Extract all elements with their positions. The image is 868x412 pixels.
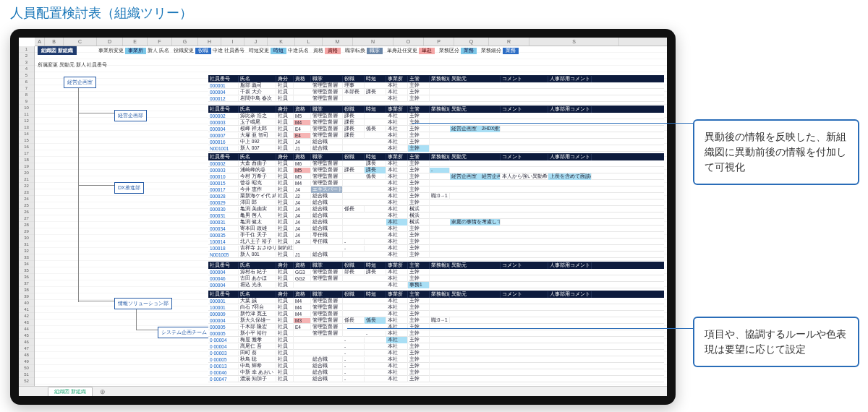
- row-header[interactable]: 2: [19, 53, 34, 59]
- row-header[interactable]: 11: [19, 111, 34, 118]
- row-header[interactable]: 45: [19, 332, 34, 339]
- col-header[interactable]: L: [295, 38, 323, 46]
- row-header[interactable]: 26: [19, 209, 34, 215]
- row-header[interactable]: 20: [19, 170, 34, 176]
- cell-mibun: 社員: [276, 324, 294, 330]
- org-node[interactable]: 情報ソリューション部: [114, 298, 172, 309]
- row-header[interactable]: 47: [19, 346, 34, 352]
- row-header[interactable]: 12: [19, 118, 34, 124]
- table-row[interactable]: 000004堀込 光永社員本社事務1: [208, 282, 664, 288]
- row-header[interactable]: 13: [19, 124, 34, 131]
- cell-yaku: 部長: [343, 269, 365, 275]
- cell-mibun: 社員: [276, 95, 294, 102]
- row-header[interactable]: 52: [19, 378, 34, 385]
- col-header[interactable]: C: [64, 38, 97, 46]
- legend-chip: 資格: [325, 48, 341, 54]
- col-header[interactable]: D: [97, 38, 123, 46]
- cell-shukan: 主幹: [408, 369, 430, 376]
- row-header[interactable]: 40: [19, 300, 34, 306]
- row-header[interactable]: 48: [19, 352, 34, 359]
- row-header[interactable]: 4: [19, 66, 34, 72]
- org-node[interactable]: システム企画チーム: [158, 327, 210, 338]
- col-header[interactable]: R: [489, 38, 529, 46]
- col-header[interactable]: H: [198, 38, 221, 46]
- row-header[interactable]: 43: [19, 319, 34, 326]
- col-header[interactable]: O: [393, 38, 424, 46]
- cell-shokusho: 管理監督層: [311, 119, 343, 126]
- row-header[interactable]: 30: [19, 235, 34, 241]
- cell-jigyo: 本社: [386, 275, 408, 282]
- col-header[interactable]: E: [123, 38, 148, 46]
- row-header[interactable]: 14: [19, 131, 34, 137]
- cell-mibun: 社員: [276, 180, 294, 186]
- row-header[interactable]: 16: [19, 144, 34, 150]
- row-header[interactable]: 8: [19, 92, 34, 98]
- row-header[interactable]: 22: [19, 183, 34, 189]
- table-row[interactable]: 0 00047濃湯 知加子社員総合職-本社主幹: [208, 376, 664, 382]
- row-header[interactable]: 46: [19, 339, 34, 346]
- col-header[interactable]: I: [221, 38, 244, 46]
- row-header[interactable]: 31: [19, 241, 34, 248]
- org-node[interactable]: 経営企画部: [114, 110, 147, 121]
- row-header[interactable]: 6: [19, 79, 34, 85]
- row-header[interactable]: 10: [19, 105, 34, 111]
- row-header[interactable]: 3: [19, 59, 34, 66]
- col-header[interactable]: B: [45, 38, 64, 46]
- row-header[interactable]: 18: [19, 157, 34, 163]
- cell-mibun: 社員: [276, 160, 294, 167]
- row-header[interactable]: 42: [19, 313, 34, 319]
- row-header[interactable]: 25: [19, 202, 34, 209]
- row-header[interactable]: 37: [19, 280, 34, 287]
- col-header[interactable]: Q: [454, 38, 489, 46]
- col-header[interactable]: G: [172, 38, 198, 46]
- row-header[interactable]: 33: [19, 254, 34, 261]
- row-header[interactable]: 27: [19, 215, 34, 222]
- add-sheet-icon[interactable]: ⊕: [95, 388, 110, 395]
- row-header[interactable]: 24: [19, 196, 34, 202]
- row-header[interactable]: 39: [19, 293, 34, 300]
- cell-shokusho: 管理監督層: [311, 311, 343, 317]
- row-header[interactable]: 28: [19, 222, 34, 228]
- cell-id: 000001: [208, 83, 239, 88]
- data-block: 社員番号氏名身分資格職掌役職時短事業所主管業務報連異動元コメント人事部用コメント…: [208, 291, 664, 382]
- row-header[interactable]: 9: [19, 98, 34, 105]
- col-header[interactable]: A: [35, 38, 45, 46]
- row-header[interactable]: 19: [19, 163, 34, 170]
- col-header[interactable]: T: [619, 38, 667, 46]
- row-header[interactable]: 50: [19, 365, 34, 372]
- cell-mibun: 社員: [276, 376, 294, 382]
- legend-item: 資格資格: [313, 48, 341, 54]
- row-header[interactable]: 5: [19, 72, 34, 79]
- col-header[interactable]: P: [424, 38, 454, 46]
- table-row[interactable]: 000012岩間中島 春次社員管理監督層本社主幹: [208, 95, 664, 102]
- table-row[interactable]: N001005新人 001社員J1総合職本社主幹: [208, 252, 664, 258]
- cell-jigyo: 本社: [386, 330, 408, 337]
- row-header[interactable]: 23: [19, 189, 34, 196]
- row-header[interactable]: 41: [19, 306, 34, 313]
- row-header[interactable]: 34: [19, 261, 34, 267]
- row-header[interactable]: 15: [19, 137, 34, 144]
- row-header[interactable]: 7: [19, 85, 34, 92]
- org-node[interactable]: 経営企画室: [64, 77, 96, 88]
- table-row[interactable]: N001001新人 007社員J1総合職本社主幹: [208, 145, 664, 152]
- row-header[interactable]: 1: [19, 46, 34, 53]
- row-header[interactable]: 38: [19, 287, 34, 293]
- row-header[interactable]: 35: [19, 267, 34, 274]
- row-header[interactable]: 49: [19, 359, 34, 365]
- row-header[interactable]: 51: [19, 372, 34, 378]
- col-header[interactable]: F: [148, 38, 172, 46]
- row-header[interactable]: 17: [19, 150, 34, 157]
- row-header[interactable]: 32: [19, 248, 34, 254]
- cell-mibun: 社員: [276, 193, 294, 199]
- col-header[interactable]: N: [353, 38, 393, 46]
- col-header[interactable]: S: [529, 38, 619, 46]
- org-node[interactable]: DX推進部: [114, 182, 144, 194]
- col-header[interactable]: K: [268, 38, 295, 46]
- row-header[interactable]: 21: [19, 176, 34, 183]
- col-header[interactable]: M: [323, 38, 353, 46]
- sheet-tab-active[interactable]: 組織図 新組織: [48, 387, 93, 396]
- row-header[interactable]: 44: [19, 326, 34, 332]
- col-header[interactable]: J: [244, 38, 268, 46]
- row-header[interactable]: 29: [19, 228, 34, 235]
- row-header[interactable]: 36: [19, 274, 34, 280]
